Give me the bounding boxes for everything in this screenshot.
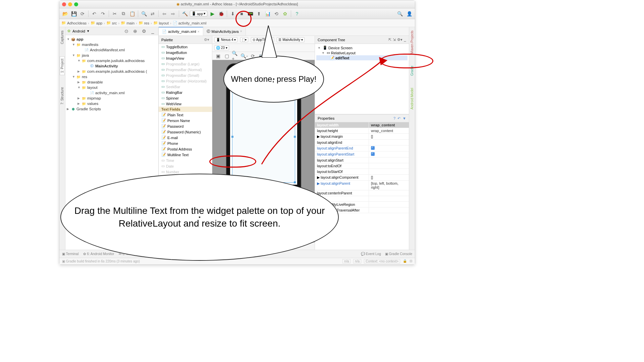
close-icon[interactable]: × xyxy=(198,30,200,34)
palette-item-multiline-text[interactable]: 📝 Multiline Text xyxy=(159,152,212,158)
side-tab-android-model[interactable]: Android Model xyxy=(410,86,414,111)
close-icon[interactable]: × xyxy=(240,29,242,33)
help-icon[interactable]: ? xyxy=(293,10,301,17)
forward-icon[interactable]: ⇨ xyxy=(169,10,177,17)
property-row[interactable]: layout:alignStart xyxy=(315,158,409,163)
palette-item-postal-address[interactable]: 📝 Postal Address xyxy=(159,146,212,152)
gear-icon[interactable]: ⚙▾ xyxy=(204,38,209,42)
refresh-icon[interactable]: ⟳ xyxy=(79,10,86,17)
property-row[interactable]: ▶ layout:margin[] xyxy=(315,134,409,140)
property-row[interactable]: layout:alignParentStart xyxy=(315,152,409,158)
paste-icon[interactable]: 📋 xyxy=(128,10,136,17)
gear-icon[interactable]: ⚙▾ xyxy=(397,38,402,42)
run-config-dropdown[interactable]: 📱 app ▾ xyxy=(190,11,207,16)
side-tab-captures[interactable]: Captures xyxy=(60,28,64,46)
filter-icon[interactable]: ▼ xyxy=(402,116,406,121)
side-tab-project[interactable]: 1: Project xyxy=(60,56,65,75)
component-tree[interactable]: ▼📱 Device Screen ▼▭ RelativeLayout 📝 edi… xyxy=(315,44,409,114)
palette-item[interactable]: ▭ Time xyxy=(159,158,212,163)
palette-item[interactable]: ▭ ImageView xyxy=(159,55,212,61)
scroll-icon[interactable]: ⊕ xyxy=(131,27,139,35)
property-row[interactable]: ▶ layout:alignComponent[] xyxy=(315,175,409,181)
activity-dropdown[interactable]: ☰ MainActivity ▾ xyxy=(277,37,305,42)
orientation-dropdown[interactable]: ⬚▾ xyxy=(240,37,248,42)
bottom-tab-gradle-console[interactable]: ▣ Gradle Console xyxy=(385,252,412,256)
property-row[interactable]: layout:alignParentEnd xyxy=(315,145,409,152)
property-row[interactable]: layout:centerInParent xyxy=(315,190,409,196)
open-icon[interactable]: 📂 xyxy=(61,10,69,17)
palette-item[interactable]: ▭ ProgressBar (Normal) xyxy=(159,67,212,72)
palette-item-phone[interactable]: 📝 Phone xyxy=(159,140,212,146)
palette-item[interactable]: ▭ Date xyxy=(159,163,212,169)
sdk-icon[interactable]: ⬆ xyxy=(255,10,263,17)
palette-item[interactable]: ▭ WebView xyxy=(159,101,212,107)
palette-item-password-numeric-[interactable]: 📝 Password (Numeric) xyxy=(159,129,212,135)
settings-icon[interactable]: ⚙ xyxy=(140,27,148,35)
window-controls[interactable] xyxy=(62,2,78,6)
selected-edittext[interactable] xyxy=(232,91,295,183)
side-tab-maven[interactable]: Maven Projects xyxy=(410,28,414,56)
minimize-window-icon[interactable] xyxy=(68,2,72,6)
bc-app[interactable]: 📁 app xyxy=(91,21,102,25)
sync-icon[interactable]: ⟲ xyxy=(273,10,280,17)
side-tab-structure[interactable]: 7: Structure xyxy=(60,85,64,107)
user-icon[interactable]: 👤 xyxy=(406,10,413,17)
palette-item[interactable]: ▭ Spinner xyxy=(159,95,212,101)
undo-icon[interactable]: ↶ xyxy=(91,10,98,17)
bc-file[interactable]: 📄 activity_main.xml xyxy=(173,21,207,25)
palette-item-e-mail[interactable]: 📝 E-mail xyxy=(159,135,212,140)
zoom-fit-icon[interactable]: ▣ xyxy=(214,52,222,60)
property-row[interactable]: layout:alignEnd xyxy=(315,140,409,145)
bottom-tab-eventlog[interactable]: 💬 Event Log xyxy=(361,252,381,256)
collapse-icon[interactable]: ⊙ xyxy=(123,27,130,35)
cut-icon[interactable]: ✂ xyxy=(111,10,118,17)
android-icon[interactable]: ✿ xyxy=(281,10,289,17)
help-icon[interactable]: ? xyxy=(393,116,395,121)
bc-res[interactable]: 📁 res xyxy=(139,21,149,25)
palette-item[interactable]: ▭ ProgressBar (Horizontal) xyxy=(159,78,212,84)
attach-icon[interactable]: ⬇ xyxy=(229,10,236,17)
zoom-in-icon[interactable]: 🔍+ xyxy=(232,52,239,60)
bc-project[interactable]: 📁 AdhocIdeas xyxy=(61,21,87,25)
run-button[interactable]: ▶ xyxy=(209,10,216,17)
property-row[interactable]: layout:toStartOf xyxy=(315,169,409,175)
zoom-out-icon[interactable]: 🔍- xyxy=(240,52,248,60)
property-row[interactable]: layout:heightwrap_content xyxy=(315,128,409,134)
stop-icon[interactable]: ■ xyxy=(238,10,245,17)
property-row[interactable]: ▶ layout:alignParent[top, left, bottom, … xyxy=(315,181,409,190)
find-icon[interactable]: 🔍 xyxy=(140,10,148,17)
zoom-actual-icon[interactable]: ▢ xyxy=(223,52,230,60)
zoom-window-icon[interactable] xyxy=(74,2,78,6)
restore-icon[interactable]: ↶ xyxy=(397,116,400,121)
editor-tab-layout[interactable]: 📄 activity_main.xml × xyxy=(159,27,203,36)
palette-item[interactable]: ▭ ProgressBar (Large) xyxy=(159,61,212,67)
bottom-tab-terminal[interactable]: ▣ Terminal xyxy=(62,252,78,256)
bc-src[interactable]: 📁 src xyxy=(106,21,117,25)
monitor-icon[interactable]: 📊 xyxy=(264,10,271,17)
palette-item-password[interactable]: 📝 Password xyxy=(159,123,212,129)
palette-item[interactable]: ▭ ToggleButton xyxy=(159,44,212,50)
search-everywhere-icon[interactable]: 🔍 xyxy=(396,10,404,17)
save-icon[interactable]: 💾 xyxy=(70,10,77,17)
palette-item[interactable]: ▭ RatingBar xyxy=(159,89,212,95)
device-dropdown[interactable]: 📱 Nexus 4 ▾ xyxy=(214,37,237,42)
bc-layout[interactable]: 📁 layout xyxy=(153,21,169,25)
hide-icon[interactable]: ⎯ xyxy=(149,27,156,35)
replace-icon[interactable]: ⇄ xyxy=(149,10,156,17)
palette-item-plain-text[interactable]: 📝 Plain Text xyxy=(159,112,212,118)
side-tab-gradle[interactable]: Gradle xyxy=(410,64,414,78)
close-window-icon[interactable] xyxy=(62,2,66,6)
palette-item[interactable]: ▭ ImageButton xyxy=(159,50,212,55)
back-icon[interactable]: ⇦ xyxy=(161,10,168,17)
property-row[interactable]: layout:toEndOf xyxy=(315,163,409,169)
palette-item-person-name[interactable]: 📝 Person Name xyxy=(159,118,212,123)
bottom-tab-android-monitor[interactable]: ✿ 6: Android Monitor xyxy=(83,252,114,256)
redo-icon[interactable]: ↷ xyxy=(99,10,107,17)
avd-icon[interactable]: 📟 xyxy=(247,10,254,17)
property-row[interactable]: layout:widthwrap_content xyxy=(315,122,409,128)
theme-dropdown[interactable]: ⊙ AppTheme xyxy=(251,37,274,42)
editor-tab-activity[interactable]: Ⓒ MainActivity.java × xyxy=(203,27,246,36)
debug-button[interactable]: 🐞 xyxy=(217,10,225,17)
bc-main[interactable]: 📁 main xyxy=(121,21,135,25)
palette-item[interactable]: ▭ ProgressBar (Small) xyxy=(159,72,212,78)
